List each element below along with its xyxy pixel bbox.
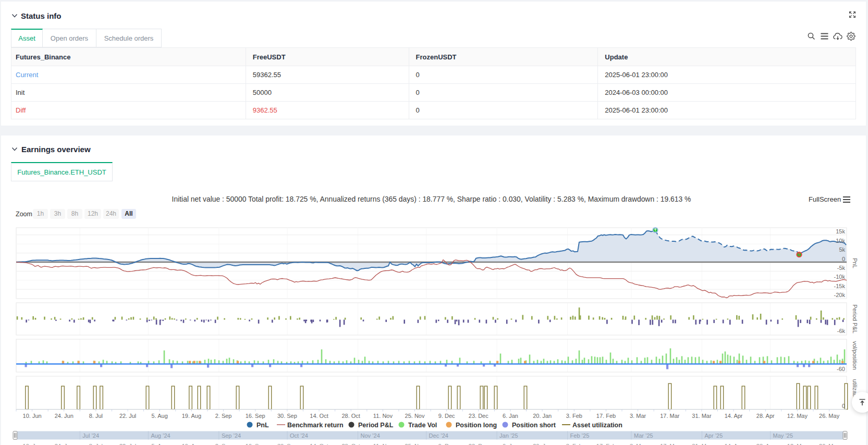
svg-text:Jul ’24: Jul ’24 (82, 432, 99, 439)
svg-text:8. Jul: 8. Jul (89, 413, 103, 419)
svg-text:19. Aug: 19. Aug (182, 413, 201, 419)
svg-text:24. Jun: 24. Jun (55, 443, 74, 445)
svg-text:17. Feb: 17. Feb (596, 443, 616, 445)
svg-text:17. Feb: 17. Feb (596, 413, 616, 419)
svg-text:26. May: 26. May (819, 443, 840, 445)
svg-text:20. Jan: 20. Jan (533, 413, 552, 419)
svg-text:Period P&L: Period P&L (852, 304, 858, 333)
svg-text:Position long: Position long (456, 422, 497, 429)
svg-text:5. Aug: 5. Aug (152, 413, 168, 419)
svg-text:Trade Vol: Trade Vol (408, 422, 437, 429)
svg-text:-60: -60 (837, 366, 845, 372)
svg-text:14. Apr: 14. Apr (725, 413, 743, 419)
svg-text:3. Mar: 3. Mar (630, 443, 646, 445)
svg-text:10. Jun: 10. Jun (23, 443, 42, 445)
svg-text:Jan ’25: Jan ’25 (499, 432, 518, 439)
svg-text:Nov ’24: Nov ’24 (361, 432, 380, 439)
svg-text:31. Mar: 31. Mar (692, 413, 712, 419)
svg-text:28. Oct: 28. Oct (341, 443, 360, 445)
svg-text:Period P&L: Period P&L (358, 422, 394, 429)
svg-text:28. Oct: 28. Oct (341, 413, 360, 419)
svg-text:3. Mar: 3. Mar (630, 413, 646, 419)
svg-text:25. Nov: 25. Nov (405, 443, 425, 445)
svg-text:-15k: -15k (834, 283, 846, 289)
svg-text:28. Apr: 28. Apr (756, 443, 775, 445)
svg-text:9. Dec: 9. Dec (438, 443, 455, 445)
svg-text:PnL: PnL (256, 422, 269, 429)
svg-text:12. May: 12. May (787, 443, 808, 445)
svg-text:2. Sep: 2. Sep (215, 443, 232, 445)
svg-text:6. Jan: 6. Jan (503, 443, 518, 445)
svg-text:Sep ’24: Sep ’24 (222, 432, 241, 439)
svg-text:3. Feb: 3. Feb (566, 443, 582, 445)
svg-text:-10k: -10k (834, 274, 846, 280)
svg-text:30. Sep: 30. Sep (277, 443, 297, 445)
svg-text:Apr ’25: Apr ’25 (705, 432, 723, 439)
svg-text:26. May: 26. May (819, 413, 840, 419)
svg-text:30. Sep: 30. Sep (277, 413, 297, 419)
svg-text:Asset utilization: Asset utilization (572, 422, 622, 429)
svg-text:10k: 10k (836, 238, 845, 244)
svg-text:12. May: 12. May (787, 413, 808, 419)
svg-text:24. Jun: 24. Jun (55, 413, 74, 419)
svg-text:23. Dec: 23. Dec (469, 443, 488, 445)
svg-text:25. Nov: 25. Nov (405, 413, 425, 419)
svg-text:20. Jan: 20. Jan (533, 443, 552, 445)
svg-text:PnL: PnL (852, 258, 858, 268)
svg-text:May ’25: May ’25 (773, 432, 793, 439)
svg-text:Feb ’25: Feb ’25 (570, 432, 590, 439)
svg-text:17. Mar: 17. Mar (660, 413, 680, 419)
svg-text:10. Jun: 10. Jun (23, 413, 42, 419)
svg-text:Dec ’24: Dec ’24 (429, 432, 448, 439)
svg-text:23. Dec: 23. Dec (469, 413, 488, 419)
svg-text:16. Sep: 16. Sep (246, 443, 265, 445)
svg-text:22. Jul: 22. Jul (119, 443, 136, 445)
svg-text:31. Mar: 31. Mar (692, 443, 712, 445)
svg-text:6. Jan: 6. Jan (503, 413, 518, 419)
svg-text:14. Apr: 14. Apr (725, 443, 743, 445)
svg-text:14. Oct: 14. Oct (310, 443, 328, 445)
svg-text:11. Nov: 11. Nov (373, 443, 393, 445)
svg-text:0: 0 (842, 403, 845, 409)
svg-text:vol/position: vol/position (852, 341, 858, 369)
svg-text:17. Mar: 17. Mar (660, 443, 680, 445)
svg-text:2. Sep: 2. Sep (215, 413, 232, 419)
svg-text:3. Feb: 3. Feb (566, 413, 582, 419)
svg-text:-5k: -5k (837, 265, 846, 271)
svg-text:19. Aug: 19. Aug (182, 443, 201, 445)
svg-text:5k: 5k (839, 246, 845, 253)
svg-text:22. Jul: 22. Jul (119, 413, 136, 419)
svg-text:-20k: -20k (834, 292, 846, 298)
svg-text:14. Oct: 14. Oct (310, 413, 328, 419)
svg-text:Mar ’25: Mar ’25 (634, 432, 653, 439)
svg-text:16. Sep: 16. Sep (246, 413, 265, 419)
svg-text:Aug ’24: Aug ’24 (151, 432, 170, 439)
svg-text:0: 0 (842, 256, 845, 262)
svg-text:8. Jul: 8. Jul (89, 443, 103, 445)
svg-text:-6k: -6k (837, 328, 846, 334)
svg-text:Benchmark return: Benchmark return (287, 422, 344, 429)
svg-text:Position short: Position short (512, 422, 556, 429)
svg-text:9. Dec: 9. Dec (438, 413, 455, 419)
svg-text:15k: 15k (836, 228, 845, 234)
svg-text:11. Nov: 11. Nov (373, 413, 393, 419)
svg-text:5. Aug: 5. Aug (152, 443, 168, 445)
svg-text:Oct ’24: Oct ’24 (290, 432, 308, 439)
svg-text:28. Apr: 28. Apr (756, 413, 775, 419)
